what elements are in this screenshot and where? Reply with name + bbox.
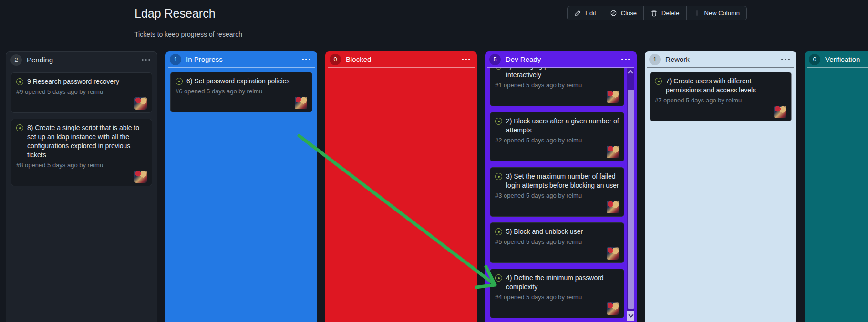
issue-card[interactable]: 2) Block users after a given number of a… <box>490 112 624 161</box>
avatar <box>607 91 619 103</box>
open-issue-icon <box>16 124 23 131</box>
column-pending: 2 Pending 9 Research password recovery #… <box>6 51 157 322</box>
issue-card[interactable]: 7) Create users with different permissio… <box>650 72 792 121</box>
issue-title: 3) Set the maximum number of failed logi… <box>506 172 619 190</box>
new-column-button[interactable]: New Column <box>686 6 747 20</box>
avatar <box>295 97 307 109</box>
open-issue-icon <box>655 78 662 85</box>
card-list: 7) Create users with different permissio… <box>645 68 796 322</box>
open-issue-icon <box>16 78 23 85</box>
open-issue-icon <box>495 118 502 125</box>
issue-title: 7) Create users with different permissio… <box>666 77 786 95</box>
column-verification: 0 Verification <box>805 51 868 322</box>
header-divider <box>0 47 868 47</box>
edit-button-label: Edit <box>585 10 596 17</box>
column-count-badge: 0 <box>809 54 820 65</box>
scroll-down-button[interactable] <box>627 311 634 321</box>
issue-title: 8) Create a single script that is able t… <box>27 123 147 160</box>
open-issue-icon <box>495 274 502 282</box>
column-menu-button[interactable] <box>141 57 151 63</box>
issue-meta: #8 opened 5 days ago by reimu <box>16 161 147 170</box>
issue-card[interactable]: 1) Changing password non interactively #… <box>490 68 624 106</box>
kanban-board: 2 Pending 9 Research password recovery #… <box>6 51 868 322</box>
issue-meta: #4 opened 5 days ago by reimu <box>495 293 619 302</box>
slash-circle-icon <box>610 10 617 17</box>
avatar <box>134 97 147 110</box>
scroll-down-icon <box>628 312 633 317</box>
column-header: 2 Pending <box>6 52 157 68</box>
avatar <box>607 247 619 260</box>
column-menu-button[interactable] <box>620 57 631 62</box>
column-in-progress: 1 In Progress 6) Set password expiration… <box>165 51 317 322</box>
column-title: Rework <box>665 55 690 63</box>
column-title: Blocked <box>346 55 371 63</box>
column-count-badge: 1 <box>649 54 661 65</box>
close-button-label: Close <box>621 10 637 17</box>
issue-meta: #2 opened 5 days ago by reimu <box>495 136 619 145</box>
issue-card[interactable]: 6) Set password expiration policies #6 o… <box>170 72 312 112</box>
column-header: 5 Dev Ready <box>485 51 637 67</box>
column-header: 0 Verification <box>805 51 868 67</box>
column-blocked: 0 Blocked <box>325 51 477 322</box>
scroll-up-icon[interactable] <box>628 70 633 75</box>
open-issue-icon <box>176 78 183 85</box>
issue-title: 4) Define the minimum password complexit… <box>506 273 619 292</box>
scrollbar-thumb[interactable] <box>628 90 634 309</box>
column-menu-button[interactable] <box>461 57 471 62</box>
column-scrollbar[interactable] <box>627 68 634 321</box>
column-menu-button[interactable] <box>301 57 311 62</box>
issue-meta: #1 opened 5 days ago by reimu <box>495 81 619 90</box>
issue-meta: #3 opened 5 days ago by reimu <box>495 191 619 200</box>
issue-title: 1) Changing password non interactively <box>506 68 619 80</box>
column-header: 0 Blocked <box>325 51 477 67</box>
column-menu-button[interactable] <box>780 57 791 62</box>
card-list: 9 Research password recovery #9 opened 5… <box>6 68 157 322</box>
pencil-icon <box>574 10 581 17</box>
avatar <box>134 171 147 183</box>
plus-icon <box>693 10 701 17</box>
issue-card[interactable]: 5) Block and unblock user #5 opened 5 da… <box>490 222 624 263</box>
new-column-button-label: New Column <box>704 10 740 17</box>
open-issue-icon <box>495 228 502 235</box>
delete-button-label: Delete <box>661 10 680 17</box>
column-count-badge: 1 <box>170 54 181 65</box>
column-title: Verification <box>825 55 860 63</box>
close-button[interactable]: Close <box>603 6 644 20</box>
avatar <box>607 146 619 158</box>
column-title: In Progress <box>186 55 223 63</box>
issue-card[interactable]: 8) Create a single script that is able t… <box>11 119 152 186</box>
open-issue-icon <box>495 173 502 180</box>
issue-card[interactable]: 9 Research password recovery #9 opened 5… <box>11 72 152 113</box>
card-list <box>805 68 868 322</box>
trash-icon <box>651 10 658 17</box>
issue-title: 6) Set password expiration policies <box>186 77 289 86</box>
column-count-badge: 5 <box>489 54 501 65</box>
avatar <box>774 106 786 118</box>
avatar <box>607 302 619 315</box>
issue-meta: #7 opened 5 days ago by reimu <box>655 96 786 105</box>
column-count-badge: 2 <box>10 54 22 66</box>
issue-card[interactable]: 3) Set the maximum number of failed logi… <box>490 167 624 217</box>
column-title: Dev Ready <box>506 55 541 63</box>
card-list <box>325 68 477 322</box>
issue-card[interactable]: 4) Define the minimum password complexit… <box>490 269 624 318</box>
delete-button[interactable]: Delete <box>643 6 687 20</box>
card-list: 1) Changing password non interactively #… <box>485 68 637 322</box>
avatar <box>607 201 619 213</box>
edit-button[interactable]: Edit <box>567 6 603 20</box>
issue-title: 2) Block users after a given number of a… <box>506 117 619 135</box>
column-count-badge: 0 <box>330 54 341 65</box>
column-header: 1 Rework <box>645 51 796 67</box>
issue-title: 5) Block and unblock user <box>506 227 583 236</box>
issue-meta: #9 opened 5 days ago by reimu <box>16 88 147 96</box>
column-rework: 1 Rework 7) Create users with different … <box>645 51 796 322</box>
page-title: Ldap Research <box>134 7 216 20</box>
board-toolbar: Edit Close Delete New Column <box>567 6 747 20</box>
issue-meta: #5 opened 5 days ago by reimu <box>495 238 619 246</box>
board-description: Tickets to keep progress of research <box>134 30 242 38</box>
card-list: 6) Set password expiration policies #6 o… <box>165 68 317 322</box>
issue-meta: #6 opened 5 days ago by reimu <box>176 87 307 96</box>
column-header: 1 In Progress <box>165 51 317 67</box>
column-dev-ready: 5 Dev Ready 1) Changing password non int… <box>485 51 637 322</box>
issue-title: 9 Research password recovery <box>27 77 119 86</box>
